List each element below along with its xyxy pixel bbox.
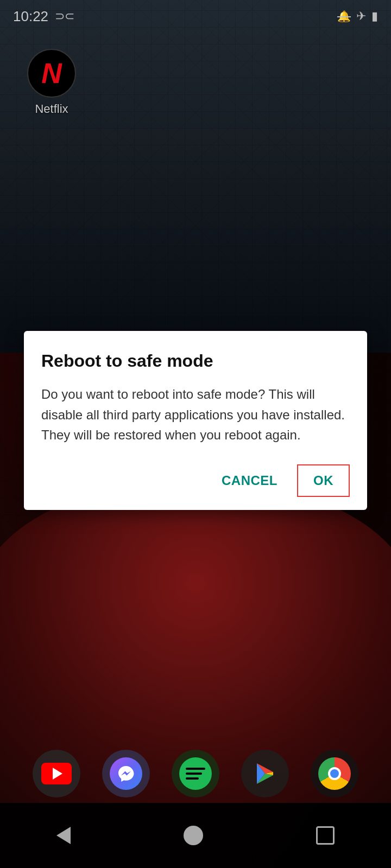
dialog-overlay: Reboot to safe mode Do you want to reboo… — [0, 0, 391, 868]
dialog-buttons: CANCEL OK — [41, 464, 350, 497]
reboot-dialog: Reboot to safe mode Do you want to reboo… — [24, 331, 367, 510]
dialog-title: Reboot to safe mode — [41, 350, 350, 371]
cancel-button[interactable]: CANCEL — [209, 465, 291, 496]
ok-button[interactable]: OK — [297, 464, 350, 497]
dialog-message: Do you want to reboot into safe mode? Th… — [41, 384, 350, 445]
